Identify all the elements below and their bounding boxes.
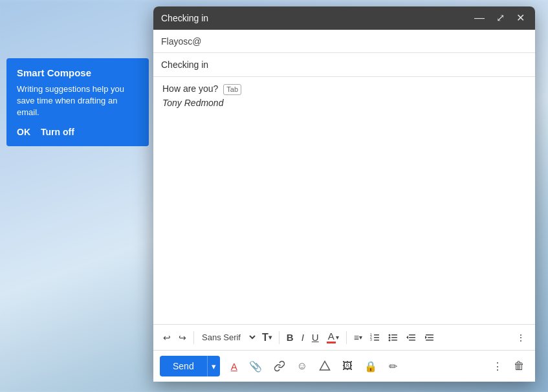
svg-rect-16 [426,334,433,336]
font-family-select[interactable]: Sans Serif Serif Monospace [198,331,258,344]
send-dropdown-button[interactable]: ▾ [207,356,220,376]
bullet-list-button[interactable] [385,330,402,345]
svg-rect-13 [409,337,415,338]
svg-text:3: 3 [370,338,372,342]
svg-rect-18 [426,340,433,341]
google-drive-button[interactable] [314,356,335,376]
svg-rect-1 [374,337,379,338]
subject-field-value: Checking in [161,60,527,70]
toolbar-separator-3 [346,331,347,344]
svg-marker-20 [320,362,330,371]
send-button[interactable]: Send [160,356,207,376]
svg-rect-2 [374,340,379,341]
insert-emoji-button[interactable]: ☺ [292,356,312,376]
smart-compose-title: Smart Compose [17,67,138,78]
format-text-button[interactable]: A [226,357,242,376]
to-field-row[interactable]: Flayosc@ [153,30,535,53]
numbered-list-button[interactable]: 123 [367,330,384,345]
svg-rect-12 [409,334,415,336]
compose-titlebar: Checking in — ⤢ ✕ [153,6,535,30]
close-button[interactable]: ✕ [514,12,527,25]
toolbar-separator-2 [279,331,279,344]
confidential-button[interactable]: 🔒 [360,356,382,376]
svg-point-6 [388,334,390,336]
smart-compose-turn-off-button[interactable]: Turn off [41,127,74,137]
subject-field-row[interactable]: Checking in [153,53,535,76]
formatting-toolbar: ↩ ↪ Sans Serif Serif Monospace T▾ B I U … [153,324,535,350]
more-options-button[interactable]: ⋮ [488,356,507,376]
send-button-group: Send ▾ [160,356,220,376]
compose-window-title: Checking in [161,13,208,23]
svg-rect-7 [391,334,397,336]
svg-marker-15 [406,336,408,339]
indent-less-button[interactable] [403,330,420,345]
svg-marker-19 [425,336,427,339]
redo-button[interactable]: ↪ [175,331,190,345]
svg-rect-11 [391,340,397,341]
bold-button[interactable]: B [283,330,297,345]
underline-button[interactable]: U [309,330,322,345]
svg-rect-17 [428,337,433,338]
smart-compose-actions: OK Turn off [17,127,138,137]
indent-more-button[interactable] [421,330,438,345]
compose-fields: Flayosc@ Checking in [153,30,535,77]
insert-photo-button[interactable]: 🖼 [338,356,357,376]
smart-compose-description: Writing suggestions help you save time w… [17,83,138,119]
insert-link-button[interactable] [269,356,290,376]
discard-button[interactable]: 🗑 [510,356,529,376]
expand-button[interactable]: ⤢ [494,12,507,25]
svg-rect-0 [374,334,379,336]
svg-point-10 [388,339,390,341]
font-color-button[interactable]: A ▾ [323,329,342,346]
svg-rect-14 [409,340,415,341]
toolbar-more-button[interactable]: ⋮ [513,331,529,345]
svg-rect-9 [391,337,397,338]
signature-button[interactable]: ✏ [384,356,402,376]
svg-point-8 [388,336,390,338]
smart-compose-tooltip: Smart Compose Writing suggestions help y… [6,58,149,146]
compose-actions: Send ▾ A 📎 ☺ 🖼 🔒 ✏ ⋮ 🗑 [153,350,535,382]
minimize-button[interactable]: — [472,12,487,25]
font-size-button[interactable]: T▾ [259,330,275,345]
to-field-value: Flayosc@ [161,36,527,47]
attach-file-button[interactable]: 📎 [245,356,267,376]
align-button[interactable]: ≡▾ [351,331,366,345]
compose-window: Checking in — ⤢ ✕ Flayosc@ Checking in H… [153,6,535,382]
italic-button[interactable]: I [298,330,307,345]
body-text-how-are-you: How are you? [162,83,218,94]
body-line-1: How are you? Tab [162,83,526,95]
body-line-2: Tony Redmond [162,98,526,108]
toolbar-separator-1 [193,331,194,344]
titlebar-controls: — ⤢ ✕ [472,12,527,25]
smart-compose-ok-button[interactable]: OK [17,127,30,137]
body-signature: Tony Redmond [162,98,223,108]
actions-right: ⋮ 🗑 [488,356,529,376]
undo-button[interactable]: ↩ [160,331,174,345]
tab-hint: Tab [223,84,241,95]
compose-body[interactable]: How are you? Tab Tony Redmond [153,77,535,324]
